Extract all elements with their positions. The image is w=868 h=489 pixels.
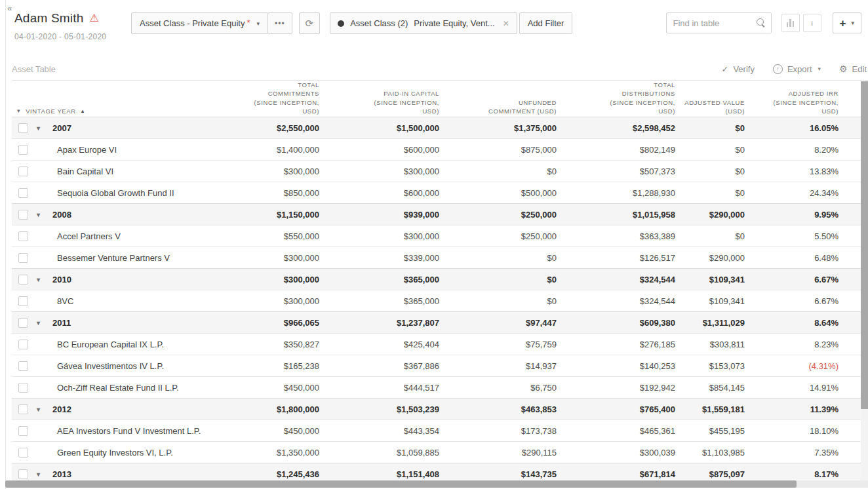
- cell-value: 6.67%: [745, 275, 838, 284]
- row-checkbox[interactable]: [18, 469, 28, 479]
- row-label: 2007: [52, 123, 71, 133]
- check-icon: ✓: [722, 64, 729, 74]
- row-checkbox[interactable]: [18, 188, 28, 198]
- table-group-row[interactable]: ▾2008$1,150,000$939,000$250,000$1,015,95…: [12, 203, 861, 225]
- date-range[interactable]: 04-01-2020 - 05-01-2020: [14, 32, 106, 41]
- table-row[interactable]: Accel Partners V$550,000$300,000$250,000…: [12, 225, 861, 246]
- add-view-button[interactable]: + ▾: [833, 12, 861, 33]
- horizontal-scrollbar-thumb[interactable]: [5, 480, 797, 488]
- row-checkbox[interactable]: [18, 448, 28, 458]
- export-button[interactable]: ↑ Export ▾: [773, 64, 821, 74]
- table-row[interactable]: Och-Ziff Real Estate Fund II L.P.$450,00…: [12, 376, 861, 398]
- column-header-adjusted-value[interactable]: ADJUSTED VALUE (USD): [675, 98, 745, 116]
- cell-value: $854,145: [675, 383, 745, 393]
- cell-value: $850,000: [211, 188, 319, 198]
- asset-table: ▾ VINTAGE YEAR ▴ TOTAL COMMITMENTS (SINC…: [12, 81, 861, 489]
- table-row[interactable]: AEA Investors Fund V Investment L.P.$450…: [12, 420, 861, 441]
- cell-value: $600,000: [319, 145, 439, 155]
- asset-table-page: « Adam Smith ⚠ 04-01-2020 - 05-01-2020 A…: [0, 0, 868, 489]
- refresh-button[interactable]: ⟳: [299, 12, 321, 34]
- table-row[interactable]: Sequoia Global Growth Fund II$850,000$60…: [12, 182, 861, 203]
- cell-value: $300,000: [211, 253, 319, 263]
- warning-icon[interactable]: ⚠: [89, 13, 98, 24]
- cell-value: 8.64%: [745, 318, 838, 328]
- table-row[interactable]: BC European Capital IX L.P.$350,827$425,…: [12, 333, 861, 355]
- row-expand-caret-icon[interactable]: ▾: [37, 471, 45, 478]
- vertical-scrollbar-thumb[interactable]: [861, 81, 868, 409]
- column-menu-caret-icon[interactable]: ▾: [17, 107, 20, 115]
- cell-value: $0: [675, 188, 745, 198]
- required-mark: *: [247, 18, 250, 28]
- row-expand-caret-icon[interactable]: ▾: [37, 406, 45, 413]
- table-row[interactable]: Bain Capital VI$300,000$300,000$0$507,37…: [12, 160, 861, 182]
- search-input[interactable]: [673, 18, 757, 28]
- row-checkbox[interactable]: [18, 123, 28, 133]
- cell-value: $507,373: [557, 166, 675, 176]
- cell-value: $290,115: [439, 448, 557, 458]
- row-checkbox[interactable]: [18, 383, 28, 393]
- table-group-row[interactable]: ▾2012$1,800,000$1,503,239$463,853$765,40…: [12, 398, 861, 420]
- row-checkbox[interactable]: [18, 231, 28, 241]
- cell-value: $250,000: [439, 231, 557, 241]
- asset-class-filter-dropdown[interactable]: Asset Class - Private Equity * ▾: [131, 12, 268, 34]
- edit-button[interactable]: ⚙ Edit: [839, 64, 867, 74]
- cell-value: $324,544: [557, 296, 675, 306]
- row-checkbox[interactable]: [18, 296, 28, 306]
- column-header-vintage-year[interactable]: ▾ VINTAGE YEAR ▴: [12, 107, 211, 115]
- row-expand-caret-icon[interactable]: ▾: [37, 319, 45, 326]
- bar-chart-icon: [787, 19, 795, 27]
- row-checkbox[interactable]: [18, 404, 28, 414]
- row-label: Bain Capital VI: [57, 166, 113, 176]
- verify-button[interactable]: ✓ Verify: [722, 64, 755, 74]
- table-group-row[interactable]: ▾2011$966,065$1,237,807$97,447$609,380$1…: [12, 311, 861, 333]
- row-checkbox[interactable]: [18, 253, 28, 263]
- column-header-total-commitments[interactable]: TOTAL COMMITMENTS (SINCE INCEPTION, USD): [211, 81, 319, 115]
- table-row[interactable]: Apax Europe VI$1,400,000$600,000$875,000…: [12, 138, 861, 160]
- table-group-row[interactable]: ▾2007$2,550,000$1,500,000$1,375,000$2,59…: [12, 117, 861, 138]
- row-expand-caret-icon[interactable]: ▾: [37, 211, 45, 218]
- row-checkbox[interactable]: [18, 210, 28, 220]
- column-header-total-distributions[interactable]: TOTAL DISTRIBUTIONS (SINCE INCEPTION, US…: [557, 81, 675, 115]
- row-expand-caret-icon[interactable]: ▾: [37, 125, 45, 132]
- row-checkbox[interactable]: [18, 361, 28, 371]
- row-checkbox[interactable]: [18, 145, 28, 155]
- cell-value: $365,000: [319, 275, 439, 284]
- cell-value: $0: [439, 166, 557, 176]
- info-button[interactable]: i: [803, 14, 821, 32]
- filter-chip-close-icon[interactable]: ✕: [503, 19, 509, 28]
- add-filter-button[interactable]: Add Filter: [519, 12, 573, 34]
- table-row[interactable]: Gávea Investimentos IV L.P.$165,238$367,…: [12, 355, 861, 376]
- filter-more-options-button[interactable]: •••: [267, 12, 292, 34]
- find-in-table-search[interactable]: [666, 12, 772, 33]
- column-header-adjusted-irr[interactable]: ADJUSTED IRR (SINCE INCEPTION, USD): [745, 89, 838, 115]
- cell-value: $1,150,000: [211, 210, 319, 220]
- row-expand-caret-icon[interactable]: ▾: [37, 276, 45, 283]
- cell-value: 8.17%: [745, 469, 838, 479]
- table-body: ▾2007$2,550,000$1,500,000$1,375,000$2,59…: [12, 117, 861, 489]
- filter-chip-name: Asset Class (2): [350, 18, 408, 28]
- row-label: 2013: [52, 469, 71, 479]
- row-label-cell: ▾2013: [12, 469, 211, 479]
- table-row[interactable]: 8VC$300,000$365,000$0$324,544$109,3416.6…: [12, 290, 861, 311]
- column-header-paid-in-capital[interactable]: PAID-IN CAPITAL (SINCE INCEPTION, USD): [319, 89, 439, 115]
- cell-value: $290,000: [675, 253, 745, 263]
- table-group-row[interactable]: ▾2010$300,000$365,000$0$324,544$109,3416…: [12, 268, 861, 290]
- export-label: Export: [787, 64, 812, 74]
- table-row[interactable]: Bessemer Venture Partners V$300,000$339,…: [12, 246, 861, 268]
- chart-view-button[interactable]: [781, 14, 800, 32]
- column-header-unfunded-commitment[interactable]: UNFUNDED COMMITMENT (USD): [439, 98, 557, 116]
- row-checkbox[interactable]: [18, 166, 28, 176]
- table-row[interactable]: Green Equity Investors VI, L.P.$1,350,00…: [12, 441, 861, 463]
- sidebar-collapse-icon[interactable]: «: [7, 3, 12, 13]
- row-checkbox[interactable]: [18, 426, 28, 436]
- row-checkbox[interactable]: [18, 275, 28, 284]
- asset-class-filter-chip[interactable]: Asset Class (2) Private Equity, Vent... …: [330, 12, 517, 34]
- sort-ascending-icon[interactable]: ▴: [81, 107, 85, 115]
- row-checkbox[interactable]: [18, 340, 28, 349]
- row-checkbox[interactable]: [18, 318, 28, 328]
- column-header-label: VINTAGE YEAR: [26, 107, 76, 115]
- cell-value: $443,354: [319, 426, 439, 436]
- cell-value: $367,886: [319, 361, 439, 371]
- cell-value: $0: [675, 145, 745, 155]
- cell-value: $2,598,452: [557, 123, 675, 133]
